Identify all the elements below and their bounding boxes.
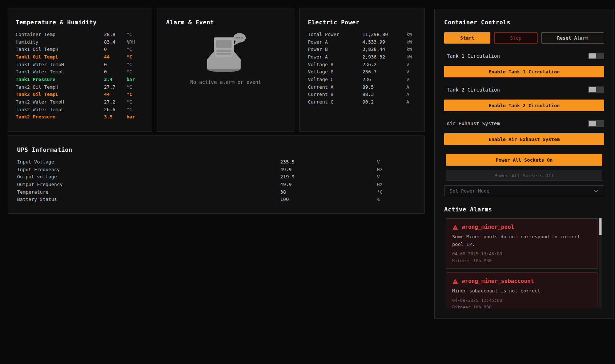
- row-unit: kW: [406, 46, 416, 52]
- temperature-humidity-panel: Temperature & Humidity Container Temp 28…: [8, 8, 152, 132]
- panel-title: Electric Power: [308, 19, 416, 26]
- row-value: 3.5: [104, 114, 126, 120]
- alarm-list-scrollbar-thumb[interactable]: [599, 218, 602, 235]
- control-section: Tank 1 Circulation Enable Tank 1 Circula…: [444, 52, 604, 77]
- enable-button[interactable]: Enable Tank 2 Circulation: [444, 100, 604, 111]
- toggle-switch[interactable]: [588, 53, 604, 59]
- row-label: Power A: [308, 39, 362, 45]
- row-label: Voltage C: [308, 77, 362, 82]
- row-label: Power B: [308, 46, 362, 52]
- row-value: 236.7: [362, 69, 406, 74]
- active-alarms-header: Active Alarms: [444, 206, 604, 213]
- no-alarm-inbox-icon: [198, 32, 253, 75]
- enable-button[interactable]: Enable Air Exhaust System: [444, 133, 604, 145]
- row-value: 0: [104, 46, 126, 52]
- row-unit: bar: [126, 77, 144, 82]
- row-label: Tank1 Pressure: [16, 77, 104, 82]
- row-label: Battery Status: [17, 197, 280, 202]
- electric-power-panel: Electric Power Total Power 11,298.80 kW …: [299, 8, 425, 132]
- set-power-mode-select[interactable]: Set Power Mode: [444, 185, 604, 196]
- row-value: 27.7: [104, 84, 126, 90]
- row-label: Current A: [308, 84, 362, 90]
- toggle-switch[interactable]: [588, 120, 604, 127]
- table-row: Temperature 38 °C: [17, 188, 415, 196]
- row-label: Input Voltage: [17, 159, 280, 165]
- control-label: Tank 1 Circulation: [444, 53, 500, 59]
- row-label: Current B: [308, 92, 362, 97]
- row-label: Tank2 Pressure: [16, 114, 104, 120]
- row-value: 44: [104, 92, 126, 97]
- row-unit: %RH: [126, 39, 144, 45]
- chevron-down-icon: [593, 188, 599, 194]
- temperature-table: Container Temp 28.8 °C Humidity 83.4 %RH…: [16, 31, 144, 121]
- row-value: 3,828.44: [362, 46, 406, 52]
- row-value: 83.4: [104, 39, 126, 45]
- row-label: Voltage B: [308, 69, 362, 74]
- alarm-card: wrong_miner_subaccount Miner subaccount …: [446, 272, 598, 308]
- no-alarm-message: No active alarm or event: [190, 79, 261, 85]
- row-unit: %: [377, 197, 415, 202]
- row-label: Input Frequency: [17, 167, 280, 172]
- row-label: Tank1 Oil TempH: [16, 46, 104, 52]
- table-row: Voltage B 236.7 V: [308, 68, 416, 76]
- alarm-card: wrong_miner_pool Some Miner pools do not…: [446, 218, 598, 269]
- alarm-message: Miner subaccount is not correct.: [452, 287, 592, 295]
- row-value: 2,936.32: [362, 54, 406, 60]
- power-all-sockets-on-button[interactable]: Power All Sockets On: [446, 154, 602, 166]
- row-unit: bar: [126, 114, 144, 120]
- row-value: 0: [104, 69, 126, 74]
- select-placeholder: Set Power Mode: [450, 188, 490, 194]
- row-label: Tank2 Water TempL: [16, 107, 104, 112]
- row-unit: °C: [126, 54, 144, 60]
- toggle-knob: [589, 121, 596, 126]
- row-label: Tank2 Oil TempL: [16, 92, 104, 97]
- row-unit: A: [406, 92, 416, 97]
- table-row: Voltage C 236 V: [308, 76, 416, 83]
- row-value: 3.4: [104, 77, 126, 82]
- alarm-list-scrollbar: [599, 218, 602, 308]
- alarm-cards: wrong_miner_pool Some Miner pools do not…: [446, 218, 602, 308]
- row-unit: Hz: [377, 167, 415, 172]
- row-value: 89.5: [362, 84, 406, 90]
- control-label: Tank 2 Circulation: [444, 87, 500, 93]
- panel-title: Temperature & Humidity: [16, 19, 144, 26]
- row-unit: kW: [406, 32, 416, 37]
- reset-alarm-button[interactable]: Reset Alarm: [541, 32, 604, 44]
- row-value: 0: [104, 62, 126, 67]
- table-row: Tank2 Water TempH 27.2 °C: [16, 98, 144, 106]
- table-row: Voltage A 236.2 V: [308, 61, 416, 68]
- row-label: Voltage A: [308, 62, 362, 67]
- row-label: Tank2 Oil TempH: [16, 84, 104, 90]
- row-value: 44: [104, 54, 126, 60]
- table-row: Tank1 Oil TempH 0 °C: [16, 45, 144, 53]
- power-all-sockets-off-button[interactable]: Power All Sockets Off: [446, 170, 602, 181]
- toggle-switch[interactable]: [588, 86, 604, 93]
- start-button[interactable]: Start: [444, 32, 490, 44]
- toggle-knob: [589, 87, 596, 92]
- row-unit: °C: [126, 92, 144, 97]
- row-value: 27.2: [104, 99, 126, 105]
- table-row: Tank2 Oil TempL 44 °C: [16, 91, 144, 98]
- warning-triangle-icon: [452, 279, 458, 284]
- row-label: Tank1 Water TempL: [16, 69, 104, 74]
- row-value: 38: [280, 189, 377, 195]
- enable-button[interactable]: Enable Tank 1 Circulation: [444, 66, 604, 77]
- stop-button[interactable]: Stop: [494, 32, 538, 44]
- table-row: Tank1 Water TempH 0 °C: [16, 61, 144, 68]
- table-row: Container Temp 28.8 °C: [16, 31, 144, 38]
- row-unit: °C: [377, 189, 415, 195]
- row-value: 49.9: [280, 182, 377, 187]
- alarm-name: wrong_miner_pool: [462, 224, 514, 230]
- table-row: Output voltage 219.9 V: [17, 173, 415, 181]
- row-label: Power A: [308, 54, 362, 60]
- table-row: Tank2 Pressure 3.5 bar: [16, 113, 144, 121]
- row-unit: V: [377, 174, 415, 179]
- panel-title: UPS Information: [17, 146, 415, 153]
- alarm-timestamp: 04-08-2025 13:45:08: [452, 251, 592, 257]
- warning-triangle-icon: [452, 225, 458, 230]
- table-row: Tank1 Pressure 3.4 bar: [16, 76, 144, 83]
- alarm-device: Bitdeer 10b M30: [452, 304, 592, 308]
- alarm-name: wrong_miner_subaccount: [462, 278, 534, 284]
- alarm-timestamp: 04-08-2025 13:45:08: [452, 298, 592, 304]
- row-unit: °C: [126, 99, 144, 105]
